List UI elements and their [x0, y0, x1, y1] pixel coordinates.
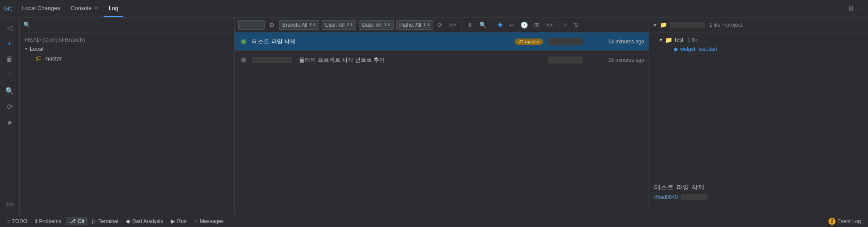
top-tab-bar: Git: Local Changes Console ✕ Log ⚙ — — [0, 0, 868, 18]
tab-log[interactable]: Log — [104, 0, 124, 17]
sidebar-search-icon[interactable]: 🔍 — [3, 84, 16, 97]
folder-icon-top: 📁 — [660, 21, 667, 28]
messages-label: Messages — [200, 218, 224, 224]
todo-label: TODO — [12, 218, 27, 224]
paths-filter-arrow: ⬆⬇ — [423, 22, 430, 27]
separator-3 — [558, 21, 559, 29]
tab-local-changes[interactable]: Local Changes — [17, 0, 65, 17]
undo-btn[interactable]: ↩ — [507, 21, 516, 29]
git-status-label: Git — [78, 218, 84, 224]
git-status-icon: ⎇ — [69, 218, 76, 224]
more2-btn[interactable]: >> — [544, 21, 554, 29]
log-search-btn[interactable]: 🔍 — [477, 21, 488, 29]
status-run[interactable]: ▶ Run — [167, 217, 190, 225]
paths-filter[interactable]: Paths: All ⬆⬇ — [396, 20, 433, 30]
commit-hash-prefix-2 — [252, 57, 292, 63]
commit-hash-2 — [548, 57, 583, 64]
terminal-label: Terminal — [98, 218, 118, 224]
hash-block — [681, 194, 707, 200]
path-blurred — [670, 22, 705, 28]
git-panel: 🔍 HEAD (Current Branch) ▾ Local 🏷 master — [20, 18, 235, 215]
run-label: Run — [177, 218, 187, 224]
commit-hash-right: 05ad8040 — [654, 194, 863, 200]
status-messages[interactable]: ≡ Messages — [191, 217, 227, 225]
date-filter[interactable]: Date: All ⬆⬇ — [359, 20, 394, 30]
main-area: ◁ + 🗑 ↑ 🔍 ⟳ ★ >> 🔍 HEAD (Current Branch)… — [0, 18, 868, 215]
commit-list: 테스트 파일 삭제 🏷 master 14 minutes ago 플러터 프로… — [235, 32, 649, 215]
commit-dot-1 — [241, 39, 246, 44]
terminal-icon: ▷ — [92, 218, 97, 224]
sidebar-back-icon[interactable]: ◁ — [3, 21, 16, 34]
sidebar-expand-icon[interactable]: >> — [3, 198, 16, 211]
messages-icon: ≡ — [194, 218, 198, 224]
right-panel: ▾ 📁 1 file ~/project, ▾ 📁 test 1 file ◆ … — [649, 18, 868, 215]
status-git[interactable]: ⎇ Git — [66, 217, 88, 225]
clock-btn[interactable]: 🕐 — [519, 21, 530, 29]
branch-tree: HEAD (Current Branch) ▾ Local 🏷 master — [20, 32, 234, 66]
user-filter[interactable]: User: All ⬆⬇ — [322, 20, 356, 30]
sidebar-push-icon[interactable]: ↑ — [3, 68, 16, 82]
folder-chevron: ▾ — [660, 37, 662, 43]
problems-icon: ℹ — [35, 218, 37, 224]
sort-btn[interactable]: ⇅ — [572, 21, 581, 29]
run-icon: ▶ — [171, 218, 175, 224]
tab-console[interactable]: Console ✕ — [65, 0, 104, 17]
head-label: HEAD (Current Branch) — [25, 35, 229, 44]
status-dart-analysis[interactable]: ◆ Dart Analysis — [122, 217, 166, 225]
commit-graph-2 — [239, 57, 248, 63]
tab-console-close[interactable]: ✕ — [94, 5, 98, 11]
expand-icon[interactable]: ▾ — [653, 21, 657, 29]
top-right-controls: ⚙ — — [848, 4, 864, 13]
right-commit-info: 테스트 파일 삭제 05ad8040 — [649, 180, 868, 215]
log-toolbar: ⚙ Branch: All ⬆⬇ User: All ⬆⬇ Date: All … — [235, 18, 649, 32]
right-file-tree: ▾ 📁 test 1 file ◆ widget_test.dart — [649, 32, 868, 180]
add-btn[interactable]: ✚ — [496, 21, 505, 29]
user-filter-arrow: ⬆⬇ — [346, 22, 353, 27]
file-row[interactable]: ◆ widget_test.dart — [653, 45, 864, 53]
master-row[interactable]: 🏷 master — [25, 53, 229, 63]
date-filter-arrow: ⬆⬇ — [384, 22, 391, 27]
todo-icon: ≡ — [7, 218, 11, 224]
sidebar-refresh-icon[interactable]: ⟳ — [3, 100, 16, 113]
git-label: Git: — [4, 5, 12, 12]
separator-2 — [492, 21, 492, 29]
sidebar-star-icon[interactable]: ★ — [3, 116, 16, 129]
folder-row[interactable]: ▾ 📁 test 1 file — [653, 35, 864, 45]
file-count-label: 1 file ~/project, — [709, 22, 743, 28]
commit-branch-tag-1: 🏷 master — [515, 39, 543, 45]
problems-label: Problems — [39, 218, 61, 224]
master-tag-icon: 🏷 — [36, 55, 42, 62]
sidebar-add-icon[interactable]: + — [3, 37, 16, 50]
pause-btn[interactable]: ⏸ — [465, 21, 475, 29]
commit-graph-1 — [239, 39, 248, 44]
local-row[interactable]: ▾ Local — [25, 44, 229, 53]
sidebar-delete-icon[interactable]: 🗑 — [3, 53, 16, 66]
folder-count: 1 file — [688, 37, 698, 43]
master-label: master — [44, 55, 62, 62]
commit-row-1[interactable]: 테스트 파일 삭제 🏷 master 14 minutes ago — [235, 32, 649, 51]
status-todo[interactable]: ≡ TODO — [4, 217, 31, 225]
align-btn[interactable]: ≡ — [562, 21, 569, 29]
branch-tag-icon: 🏷 — [518, 39, 523, 44]
event-log[interactable]: 2 Event Log — [825, 217, 864, 226]
more-btn[interactable]: >> — [447, 21, 458, 29]
refresh-btn[interactable]: ⟳ — [436, 21, 445, 29]
git-search-icon[interactable]: 🔍 — [23, 21, 30, 28]
status-terminal[interactable]: ▷ Terminal — [89, 217, 122, 225]
folder-icon: 📁 — [665, 36, 672, 43]
local-label: Local — [30, 46, 43, 52]
commit-row-2[interactable]: 플러터 프로젝트 시작 인트로 추가 15 minutes ago — [235, 51, 649, 69]
log-search-input[interactable] — [238, 20, 265, 30]
commit-time-1: 14 minutes ago — [587, 39, 644, 45]
commit-time-2: 15 minutes ago — [587, 57, 644, 63]
commit-title-right: 테스트 파일 삭제 — [654, 184, 863, 192]
minimize-icon[interactable]: — — [857, 5, 864, 13]
log-settings-btn[interactable]: ⚙ — [267, 21, 276, 29]
settings-icon[interactable]: ⚙ — [848, 4, 854, 13]
hash-prefix: 05ad8040 — [654, 194, 678, 200]
log-panel: ⚙ Branch: All ⬆⬇ User: All ⬆⬇ Date: All … — [235, 18, 649, 215]
dart-icon: ◆ — [126, 218, 130, 224]
branch-filter[interactable]: Branch: All ⬆⬇ — [279, 20, 319, 30]
grid-btn[interactable]: ⊞ — [532, 21, 541, 29]
status-problems[interactable]: ℹ Problems — [32, 217, 65, 225]
